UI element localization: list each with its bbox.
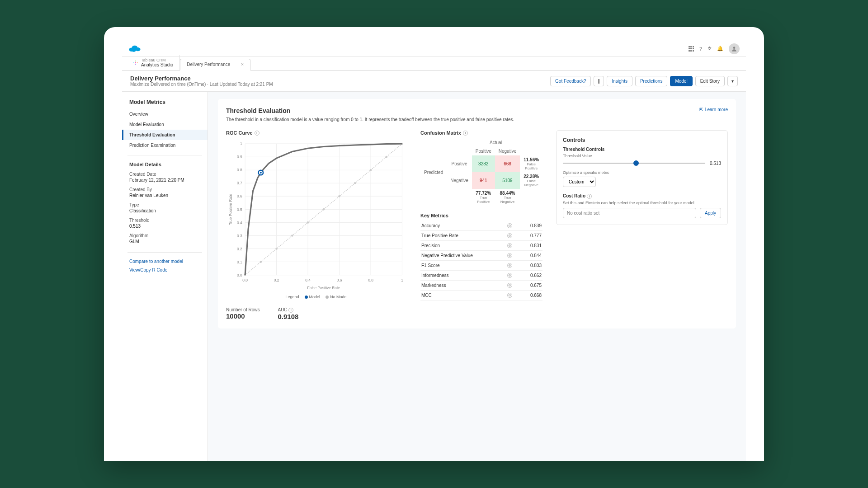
threshold-slider[interactable]: [563, 163, 705, 164]
close-icon[interactable]: ×: [241, 62, 244, 67]
sidebar-item-overview[interactable]: Overview: [122, 109, 208, 119]
info-icon[interactable]: ⊙: [507, 233, 512, 238]
cost-ratio-input[interactable]: [563, 208, 696, 218]
info-icon[interactable]: ⊙: [507, 263, 512, 268]
optimize-metric-select[interactable]: Custom: [563, 177, 596, 187]
app-subtitle: Analytics Studio: [141, 62, 173, 67]
model-details-title: Model Details: [122, 160, 208, 171]
svg-point-9: [135, 64, 136, 65]
threshold-controls-title: Threshold Controls: [563, 147, 721, 152]
svg-text:0.3: 0.3: [237, 234, 242, 238]
app-name: Tableau CRM: [141, 58, 173, 62]
svg-point-50: [307, 221, 309, 224]
svg-point-48: [275, 248, 278, 250]
section-desc: The threshold in a classification model …: [226, 117, 514, 122]
apply-button[interactable]: Apply: [700, 208, 721, 218]
svg-text:0.2: 0.2: [237, 247, 242, 251]
apps-icon[interactable]: [689, 46, 694, 52]
info-icon[interactable]: ⊙: [507, 283, 512, 288]
pause-button[interactable]: ‖: [594, 76, 604, 86]
settings-icon[interactable]: ✲: [708, 46, 712, 52]
slider-thumb[interactable]: [633, 160, 639, 166]
svg-point-51: [322, 208, 325, 211]
svg-text:0.8: 0.8: [368, 278, 373, 282]
model-button[interactable]: Model: [670, 76, 692, 86]
feedback-button[interactable]: Got Feedback?: [550, 76, 591, 86]
compare-model-link[interactable]: Compare to another model: [122, 257, 208, 266]
confusion-matrix: Actual PositiveNegative Predicted Positi…: [420, 138, 542, 206]
sidebar-title: Model Metrics: [122, 97, 208, 109]
cost-ratio-title: Cost Ratio: [563, 193, 585, 198]
svg-point-8: [135, 61, 136, 61]
svg-point-7: [137, 62, 138, 63]
svg-text:1: 1: [240, 141, 242, 146]
page-title: Delivery Performance: [130, 75, 273, 82]
info-icon[interactable]: i: [463, 131, 468, 136]
edit-story-button[interactable]: Edit Story: [695, 76, 725, 86]
svg-point-3: [132, 48, 136, 52]
external-icon: ⇱: [699, 107, 703, 112]
svg-text:0.0: 0.0: [237, 273, 242, 277]
svg-point-4: [733, 47, 736, 49]
auc-value: 0.9108: [278, 313, 298, 320]
rows-value: 10000: [226, 312, 259, 320]
learn-more-link[interactable]: ⇱ Learn more: [699, 107, 728, 112]
metric-row: Informedness⊙0.662: [420, 271, 542, 281]
salesforce-logo: [128, 44, 141, 54]
svg-text:0.5: 0.5: [237, 207, 242, 212]
created-date-label: Created Date: [122, 171, 208, 178]
legend-model: Model: [305, 295, 321, 299]
section-title: Threshold Evaluation: [226, 107, 514, 114]
info-icon[interactable]: ⊙: [507, 223, 512, 228]
insights-button[interactable]: Insights: [607, 76, 632, 86]
metric-row: Negative Predictive Value⊙0.844: [420, 251, 542, 261]
help-icon[interactable]: ?: [699, 46, 702, 52]
sidebar-item-threshold-eval[interactable]: Threshold Evaluation: [122, 130, 208, 140]
info-icon[interactable]: ⊙: [507, 243, 512, 248]
algorithm-label: Algorithm: [122, 232, 208, 239]
info-icon[interactable]: i: [288, 308, 293, 313]
avatar[interactable]: [729, 43, 740, 54]
svg-text:0.4: 0.4: [305, 278, 311, 282]
page-subtitle: Maximize Delivered on time (OnTime) · La…: [130, 82, 273, 87]
sidebar-item-prediction-exam[interactable]: Prediction Examination: [122, 140, 208, 150]
svg-point-52: [338, 195, 340, 197]
studio-icon: [133, 60, 138, 66]
view-r-code-link[interactable]: View/Copy R Code: [122, 266, 208, 274]
svg-point-55: [385, 156, 387, 158]
info-icon[interactable]: i: [587, 194, 592, 199]
legend-label: Legend: [285, 295, 299, 299]
svg-text:0.8: 0.8: [237, 168, 242, 172]
svg-text:1: 1: [401, 278, 403, 282]
threshold-value-label: Threshold Value: [563, 154, 721, 158]
info-icon[interactable]: ⊙: [507, 253, 512, 258]
svg-text:0.6: 0.6: [237, 194, 242, 198]
info-icon[interactable]: ⊙: [507, 273, 512, 278]
threshold-slider-value: 0.513: [710, 161, 721, 166]
svg-point-2: [135, 47, 140, 51]
type-value: Classification: [122, 208, 208, 217]
created-by-value: Reinier van Leuken: [122, 193, 208, 202]
predictions-button[interactable]: Predictions: [635, 76, 667, 86]
tab-delivery-performance[interactable]: Delivery Performance ×: [180, 59, 250, 70]
info-icon[interactable]: ⊙: [507, 293, 512, 298]
svg-text:0.7: 0.7: [237, 181, 242, 185]
svg-text:0.0: 0.0: [242, 278, 248, 282]
optimize-label: Optimize a specific metric: [563, 170, 721, 175]
svg-text:0.9: 0.9: [237, 155, 242, 159]
info-icon[interactable]: i: [255, 131, 259, 136]
svg-text:False Positive Rate: False Positive Rate: [307, 286, 340, 290]
sidebar-item-model-eval[interactable]: Model Evaluation: [122, 119, 208, 130]
app-tab-studio[interactable]: Tableau CRM Analytics Studio: [127, 55, 180, 70]
controls-title: Controls: [563, 137, 721, 143]
type-label: Type: [122, 202, 208, 208]
confusion-title: Confusion Matrix: [420, 130, 461, 136]
svg-text:0.1: 0.1: [237, 260, 242, 264]
more-button[interactable]: ▾: [727, 76, 738, 86]
roc-chart: 0.00.10.20.30.40.50.60.70.80.910.00.20.4…: [226, 138, 407, 292]
svg-point-6: [133, 62, 134, 63]
tab-label: Delivery Performance: [187, 62, 230, 67]
svg-point-54: [370, 169, 372, 171]
metric-row: MCC⊙0.668: [420, 291, 542, 300]
notifications-icon[interactable]: 🔔: [717, 46, 723, 52]
